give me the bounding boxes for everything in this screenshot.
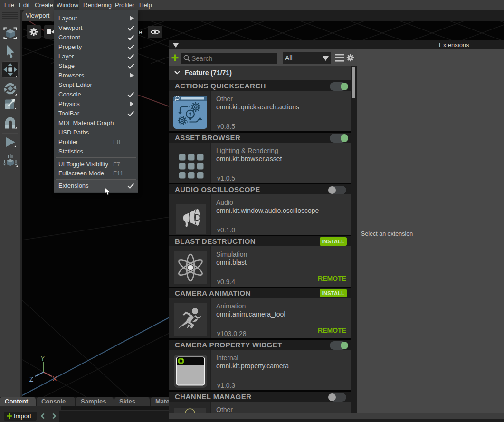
svg-text:X: X	[52, 375, 57, 383]
svg-text:Y: Y	[40, 355, 45, 362]
svg-text:Z: Z	[29, 375, 34, 383]
